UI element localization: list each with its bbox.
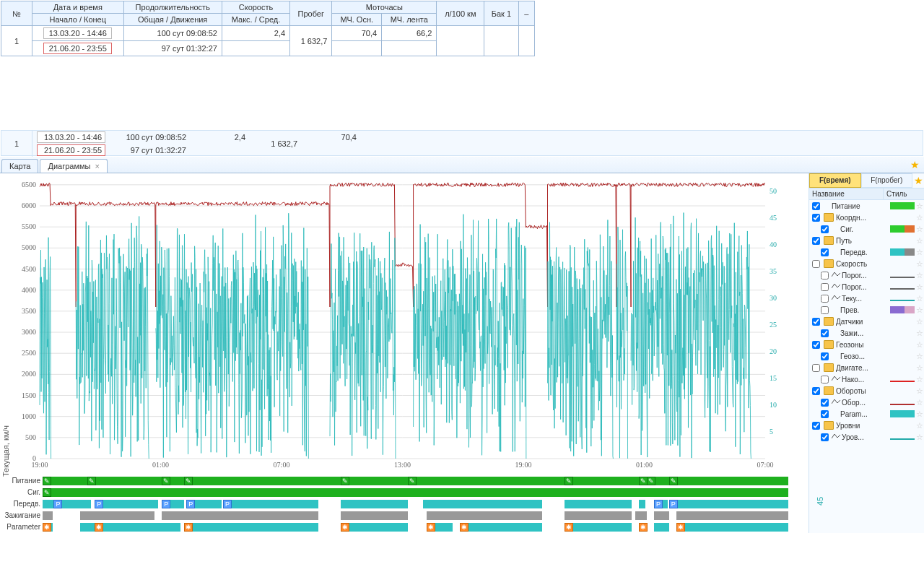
star-icon[interactable]: ☆: [916, 236, 923, 246]
star-icon[interactable]: ☆: [916, 271, 923, 280]
style-line: [890, 277, 915, 278]
star-icon[interactable]: ☆: [916, 363, 923, 373]
star-icon[interactable]: ☆: [916, 410, 923, 419]
tree-label: Теку...: [842, 295, 890, 303]
tree-checkbox[interactable]: [812, 422, 820, 430]
tree-item[interactable]: Обороты☆: [809, 385, 924, 396]
tree-checkbox[interactable]: [812, 237, 820, 245]
style-swatch: [890, 225, 915, 233]
tree-checkbox[interactable]: [812, 318, 820, 326]
tree-label: Уров...: [842, 433, 890, 441]
tree-checkbox[interactable]: [812, 364, 820, 372]
star-icon[interactable]: ☆: [916, 352, 923, 361]
row-speed: 2,4: [222, 26, 289, 41]
tree-item[interactable]: Двигате...☆: [809, 362, 924, 373]
tree-checkbox[interactable]: [821, 295, 829, 303]
tree-checkbox[interactable]: [821, 272, 829, 280]
tree-label: Геозоны: [836, 341, 916, 349]
tree-item[interactable]: Порог...☆: [809, 281, 924, 292]
tree-item[interactable]: Сиг.☆: [809, 223, 924, 235]
folder-icon: [824, 386, 834, 395]
star-icon[interactable]: ☆: [916, 421, 923, 430]
tree-item[interactable]: Коордн...☆: [809, 212, 924, 223]
folder-icon: [824, 259, 834, 268]
tab-charts[interactable]: Диаграммы×: [40, 159, 107, 173]
side-tab-time[interactable]: F(время): [809, 173, 861, 188]
style-swatch: [890, 306, 915, 313]
tree-checkbox[interactable]: [821, 225, 829, 233]
series-tree: Питание☆Коордн...☆Сиг.☆Путь☆Передв.☆Скор…: [809, 200, 924, 443]
close-icon[interactable]: ×: [95, 162, 99, 170]
side-tab-mileage[interactable]: F(пробег): [861, 173, 913, 188]
tree-label: Порог...: [842, 272, 890, 280]
tree-item[interactable]: Путь☆: [809, 235, 924, 246]
tree-checkbox[interactable]: [812, 387, 820, 395]
style-line: [890, 404, 915, 405]
row-tank1: [484, 26, 518, 56]
star-icon[interactable]: ☆: [916, 329, 923, 338]
star-icon[interactable]: ☆: [916, 213, 923, 222]
row-mh-tape: 66,2: [382, 26, 437, 41]
col-duration-sub: Общая / Движения: [123, 14, 222, 26]
star-icon[interactable]: ☆: [916, 202, 923, 211]
tree-item[interactable]: Зажи...☆: [809, 327, 924, 339]
tree-item[interactable]: Обор...☆: [809, 396, 924, 408]
line-icon: [832, 282, 840, 291]
tree-checkbox[interactable]: [812, 341, 820, 349]
star-icon[interactable]: ☆: [916, 398, 923, 407]
tree-item[interactable]: Нако...☆: [809, 373, 924, 385]
tree-label: Геозо...: [840, 352, 916, 360]
tree-checkbox[interactable]: [821, 352, 829, 360]
star-icon[interactable]: ☆: [916, 433, 923, 442]
star-icon[interactable]: ☆: [916, 282, 923, 292]
tree-item[interactable]: Геозо...☆: [809, 350, 924, 362]
tree-item[interactable]: Param...☆: [809, 408, 924, 420]
style-swatch: [890, 248, 915, 256]
tree-item[interactable]: Питание☆: [809, 200, 924, 212]
tree-item[interactable]: Геозоны☆: [809, 339, 924, 350]
col-tank1: Бак 1: [484, 1, 518, 26]
tree-checkbox[interactable]: [821, 433, 829, 441]
star-icon[interactable]: ☆: [916, 375, 923, 384]
star-icon[interactable]: ★: [914, 175, 923, 186]
tree-checkbox[interactable]: [812, 214, 820, 222]
col-duration: Продолжительность: [123, 1, 222, 14]
star-icon[interactable]: ☆: [916, 340, 923, 350]
line-icon: [832, 375, 840, 384]
folder-icon: [824, 213, 834, 222]
star-icon[interactable]: ☆: [916, 225, 923, 234]
tree-item[interactable]: Датчики☆: [809, 316, 924, 327]
tree-item[interactable]: Теку...☆: [809, 292, 924, 304]
star-icon[interactable]: ☆: [916, 317, 923, 326]
star-icon[interactable]: ☆: [916, 294, 923, 303]
tab-map[interactable]: Карта: [1, 159, 38, 173]
star-icon[interactable]: ☆: [916, 259, 923, 269]
tree-checkbox[interactable]: [821, 248, 829, 256]
bar-parameter: Parameter ✱✱✱✱✱✱✱✱✱: [0, 521, 808, 532]
tree-checkbox[interactable]: [821, 329, 829, 337]
tree-item[interactable]: Прев.☆: [809, 304, 924, 316]
tree-checkbox[interactable]: [821, 399, 829, 407]
chart-canvas[interactable]: [0, 173, 808, 473]
tree-item[interactable]: Передв.☆: [809, 246, 924, 258]
star-icon[interactable]: ☆: [916, 306, 923, 315]
folder-icon: [824, 340, 834, 349]
tree-checkbox[interactable]: [812, 202, 820, 210]
style-line: [890, 300, 915, 301]
star-icon[interactable]: ☆: [916, 386, 923, 396]
tree-checkbox[interactable]: [821, 283, 829, 291]
tree-checkbox[interactable]: [821, 376, 829, 384]
tree-item[interactable]: Уров...☆: [809, 431, 924, 443]
tree-item[interactable]: Порог...☆: [809, 269, 924, 281]
style-line: [890, 381, 915, 382]
star-icon[interactable]: ☆: [916, 248, 923, 257]
star-icon[interactable]: ★: [910, 159, 920, 170]
tree-item[interactable]: Уровни☆: [809, 420, 924, 431]
tree-checkbox[interactable]: [812, 260, 820, 268]
tree-item[interactable]: Скорость☆: [809, 258, 924, 269]
col-datetime: Дата и время: [32, 1, 124, 14]
tree-checkbox[interactable]: [821, 306, 829, 314]
y-axis-right-label: 45: [816, 491, 824, 506]
col-mh-main: МЧ. Осн.: [332, 14, 382, 26]
tree-checkbox[interactable]: [821, 410, 829, 418]
